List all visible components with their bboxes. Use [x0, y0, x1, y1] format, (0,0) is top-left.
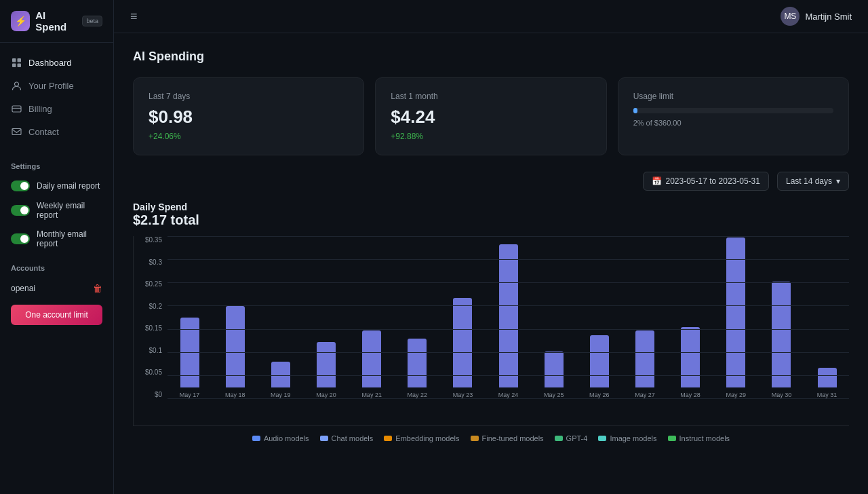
- sidebar: ⚡ AI Spend beta Dashboard Your Profile B…: [0, 0, 114, 494]
- weekly-toggle[interactable]: [11, 205, 30, 216]
- bar: [271, 362, 290, 387]
- bar-chart: $0.35$0.3$0.25$0.2$0.15$0.1$0.05$0 May 1…: [133, 236, 849, 426]
- svg-rect-0: [12, 58, 16, 62]
- bar-label: May 19: [271, 392, 291, 398]
- user-section[interactable]: MS Martijn Smit: [781, 7, 852, 26]
- bar-group[interactable]: May 31: [805, 236, 849, 398]
- stat-value-7days: $0.98: [149, 107, 349, 128]
- stat-card-usage: Usage limit 2% of $360.00: [618, 77, 849, 155]
- bar-group[interactable]: May 19: [258, 236, 302, 398]
- weekly-label: Weekly email report: [37, 201, 102, 220]
- usage-bar-container: 2% of $360.00: [633, 108, 833, 128]
- legend-label: Chat models: [332, 434, 374, 442]
- y-axis-label: $0.35: [145, 236, 162, 244]
- page-title: AI Spending: [133, 50, 849, 64]
- content-area: AI Spending Last 7 days $0.98 +24.06% La…: [114, 33, 868, 494]
- stat-cards: Last 7 days $0.98 +24.06% Last 1 month $…: [133, 77, 849, 155]
- sidebar-item-profile[interactable]: Your Profile: [0, 74, 113, 97]
- beta-badge: beta: [82, 16, 102, 26]
- bar-group[interactable]: May 22: [395, 236, 439, 398]
- bar: [499, 244, 518, 387]
- bar-group[interactable]: May 21: [350, 236, 394, 398]
- usage-bar-fill: [633, 108, 637, 113]
- user-name: Martijn Smit: [805, 12, 852, 22]
- svg-rect-1: [17, 58, 21, 62]
- monthly-toggle[interactable]: [11, 233, 30, 244]
- toggle-daily[interactable]: Daily email report: [0, 176, 113, 196]
- bar: [362, 330, 381, 387]
- legend-item: Fine-tuned models: [471, 434, 544, 442]
- bar-label: May 21: [361, 392, 382, 398]
- svg-rect-2: [12, 63, 16, 67]
- stat-card-7days: Last 7 days $0.98 +24.06%: [133, 77, 364, 155]
- bar-label: May 30: [772, 392, 792, 398]
- date-range-text: 2023-05-17 to 2023-05-31: [666, 176, 760, 186]
- account-name: openai: [11, 284, 35, 293]
- period-label: Last 14 days: [786, 176, 832, 186]
- bar-label: May 25: [544, 392, 564, 398]
- toggle-weekly[interactable]: Weekly email report: [0, 196, 113, 225]
- bar-group[interactable]: May 29: [714, 236, 758, 398]
- sidebar-item-label: Contact: [28, 127, 59, 137]
- legend-item: Image models: [598, 434, 656, 442]
- bar-group[interactable]: May 23: [441, 236, 485, 398]
- period-selector-button[interactable]: Last 14 days ▾: [777, 172, 849, 191]
- bar-group[interactable]: May 25: [532, 236, 576, 398]
- accounts-section: Accounts openai 🗑 One account limit: [0, 256, 113, 333]
- delete-account-icon[interactable]: 🗑: [93, 283, 102, 294]
- stat-label-usage: Usage limit: [633, 92, 833, 101]
- bar-group[interactable]: May 18: [213, 236, 257, 398]
- dashboard-icon: [11, 57, 22, 68]
- y-axis-label: $0.25: [145, 280, 162, 288]
- bar-group[interactable]: May 24: [486, 236, 530, 398]
- bar-label: May 28: [680, 392, 701, 398]
- legend-color-swatch: [471, 436, 479, 441]
- bar-label: May 31: [817, 392, 837, 398]
- bar-group[interactable]: May 20: [304, 236, 348, 398]
- bar-group[interactable]: May 26: [577, 236, 621, 398]
- y-axis-label: $0.05: [145, 368, 162, 376]
- accounts-title: Accounts: [11, 264, 102, 272]
- bar: [590, 335, 609, 387]
- legend-color-swatch: [668, 436, 676, 441]
- bar: [180, 318, 199, 387]
- y-axis-label: $0.1: [149, 347, 162, 354]
- y-axis: $0.35$0.3$0.25$0.2$0.15$0.1$0.05$0: [134, 236, 166, 398]
- legend-label: Fine-tuned models: [482, 434, 544, 442]
- sidebar-item-billing[interactable]: Billing: [0, 97, 113, 120]
- bar-group[interactable]: May 27: [623, 236, 667, 398]
- one-account-limit-button[interactable]: One account limit: [11, 305, 102, 325]
- daily-label: Daily email report: [37, 181, 100, 191]
- bar: [545, 352, 564, 387]
- calendar-icon: 📅: [652, 176, 662, 186]
- sidebar-item-contact[interactable]: Contact: [0, 120, 113, 143]
- bar: [453, 298, 472, 387]
- daily-toggle[interactable]: [11, 180, 30, 191]
- stat-card-1month: Last 1 month $4.24 +92.88%: [375, 77, 606, 155]
- chart-controls: 📅 2023-05-17 to 2023-05-31 Last 14 days …: [133, 172, 849, 191]
- monthly-label: Monthly email report: [37, 229, 102, 248]
- bar-group[interactable]: May 17: [167, 236, 212, 398]
- bar-group[interactable]: May 28: [669, 236, 713, 398]
- logo-area: ⚡ AI Spend beta: [0, 0, 113, 43]
- legend-label: Audio models: [264, 434, 309, 442]
- grid-line: [167, 398, 849, 399]
- sidebar-item-label: Your Profile: [28, 81, 74, 91]
- bar-group[interactable]: May 30: [760, 236, 804, 398]
- legend-color-swatch: [555, 436, 563, 441]
- toggle-monthly[interactable]: Monthly email report: [0, 225, 113, 253]
- sidebar-item-label: Billing: [28, 104, 52, 114]
- billing-icon: [11, 103, 22, 114]
- legend-item: Audio models: [252, 434, 309, 442]
- y-axis-label: $0.3: [149, 259, 162, 266]
- legend-item: Embedding models: [384, 434, 459, 442]
- date-range-button[interactable]: 📅 2023-05-17 to 2023-05-31: [643, 172, 769, 191]
- hamburger-menu-icon[interactable]: ≡: [130, 10, 138, 24]
- sidebar-item-dashboard[interactable]: Dashboard: [0, 51, 113, 74]
- bar-label: May 27: [635, 392, 655, 398]
- chevron-down-icon: ▾: [836, 176, 840, 186]
- bar: [818, 368, 837, 387]
- bar-label: May 29: [726, 392, 747, 398]
- legend-item: GPT-4: [555, 434, 588, 442]
- bar-label: May 24: [498, 392, 519, 398]
